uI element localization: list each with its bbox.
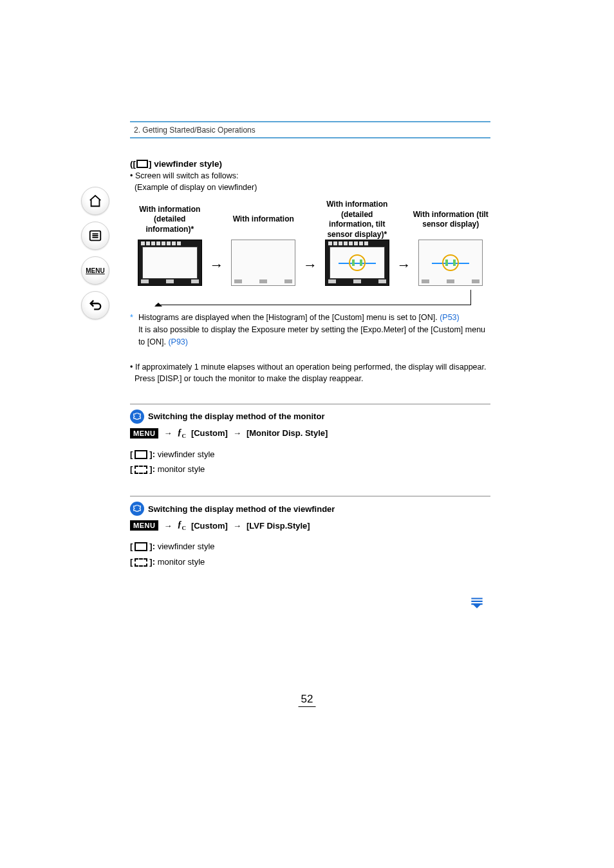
sidebar-nav: MENU xyxy=(81,187,109,326)
diagram-thumb-2 xyxy=(231,240,295,286)
tip2-path-custom: [Custom] xyxy=(191,521,228,531)
tip1-path-custom: [Custom] xyxy=(191,428,228,438)
footnote-link-p53[interactable]: (P53) xyxy=(440,313,460,322)
footnote: * Histograms are displayed when the [His… xyxy=(130,312,490,348)
nav-back-icon[interactable] xyxy=(81,291,109,319)
nav-home-icon[interactable] xyxy=(81,187,109,215)
tip-monitor-heading: Switching the display method of the moni… xyxy=(130,410,490,424)
tip1-opt2: monitor style xyxy=(155,464,205,474)
viewfinder-style-icon xyxy=(135,450,147,459)
heading-suffix: ] viewfinder style) xyxy=(149,159,222,169)
diagram-thumb-1 xyxy=(138,240,202,286)
tip1-path-item: [Monitor Disp. Style] xyxy=(247,428,328,438)
diagram-label-1: With information (detailed information)* xyxy=(130,200,210,240)
intro-line1: Screen will switch as follows: xyxy=(135,171,238,180)
diagram-label-2: With information xyxy=(224,200,304,240)
divider xyxy=(130,496,490,496)
chapter-text: 2. Getting Started/Basic Operations xyxy=(134,126,256,135)
monitor-style-icon xyxy=(135,466,147,474)
tip-icon xyxy=(130,410,144,424)
arrow-right-icon: → xyxy=(210,257,224,274)
footnote-text2: It is also possible to display the Expos… xyxy=(138,325,485,346)
viewfinder-frame-icon xyxy=(136,160,148,168)
note-line2: Press [DISP.] or touch the monitor to ma… xyxy=(135,374,364,383)
custom-menu-icon: ƒC xyxy=(177,520,186,531)
cycle-return-arrow xyxy=(156,290,471,305)
footnote-link-p93[interactable]: (P93) xyxy=(168,337,188,346)
tip-viewfinder-heading: Switching the display method of the view… xyxy=(130,502,490,516)
intro-text: •Screen will switch as follows: (Example… xyxy=(130,170,490,193)
arrow-right-icon: → xyxy=(397,257,411,274)
note-line1: If approximately 1 minute elapses withou… xyxy=(135,363,486,372)
diagram-thumb-4 xyxy=(418,240,483,286)
diagram-thumb-3 xyxy=(325,240,389,286)
tip2-opt1: viewfinder style xyxy=(155,542,214,551)
tip1-menu-path: MENU → ƒC [Custom] → [Monitor Disp. Styl… xyxy=(130,428,490,439)
tip1-title: Switching the display method of the moni… xyxy=(148,411,324,421)
intro-line2: (Example of display on viewfinder) xyxy=(135,183,257,192)
timeout-note: •If approximately 1 minute elapses witho… xyxy=(130,361,490,384)
viewfinder-style-heading: ([] viewfinder style) xyxy=(130,159,490,169)
tip2-path-item: [LVF Disp.Style] xyxy=(247,521,310,531)
diagram-label-3: With information (detailed information, … xyxy=(317,200,397,240)
viewfinder-style-icon xyxy=(135,542,147,551)
display-cycle-diagram: With information (detailed information)*… xyxy=(130,200,490,286)
tip2-opt2: monitor style xyxy=(155,557,205,567)
tip1-opt1: viewfinder style xyxy=(155,449,214,459)
tip2-title: Switching the display method of the view… xyxy=(148,504,335,514)
heading-prefix: ([ xyxy=(130,159,136,169)
menu-badge-icon: MENU xyxy=(130,428,158,439)
tip2-menu-path: MENU → ƒC [Custom] → [LVF Disp.Style] xyxy=(130,520,490,531)
chapter-header: 2. Getting Started/Basic Operations xyxy=(130,121,490,138)
arrow-right-icon: → xyxy=(303,257,317,274)
footnote-star: * xyxy=(130,312,133,348)
monitor-style-icon xyxy=(135,558,147,567)
tip1-options: []: viewfinder style []: monitor style xyxy=(130,447,490,477)
diagram-label-4: With information (tilt sensor display) xyxy=(411,200,491,240)
divider xyxy=(130,404,490,404)
footnote-text1: Histograms are displayed when the [Histo… xyxy=(138,313,440,322)
nav-menu-icon[interactable]: MENU xyxy=(81,256,109,285)
continue-arrow-icon[interactable] xyxy=(469,594,485,613)
nav-toc-icon[interactable] xyxy=(81,222,109,250)
custom-menu-icon: ƒC xyxy=(177,428,186,439)
tip2-options: []: viewfinder style []: monitor style xyxy=(130,539,490,569)
tip-icon xyxy=(130,502,144,516)
page-number: 52 xyxy=(299,693,316,707)
menu-badge-icon: MENU xyxy=(130,520,158,531)
